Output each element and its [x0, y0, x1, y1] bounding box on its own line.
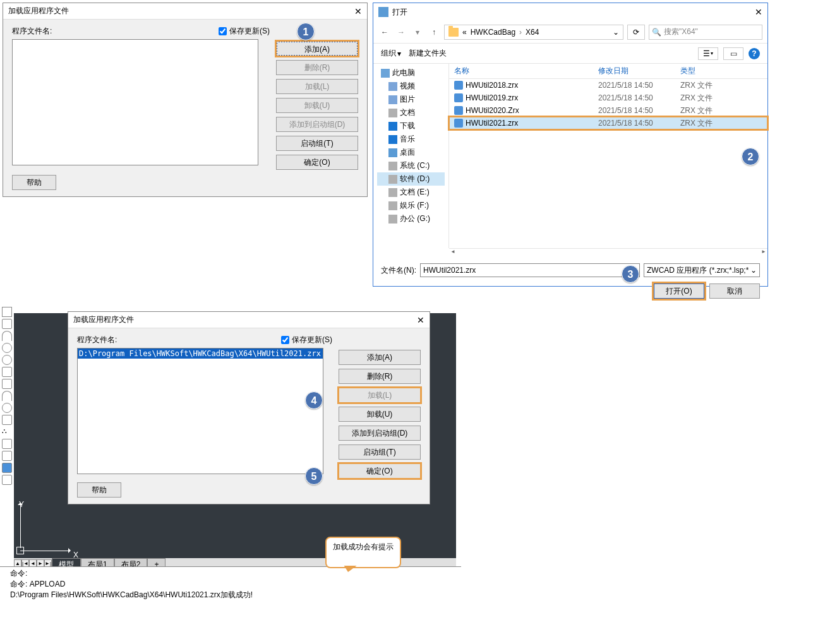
file-list[interactable]: HWUtil2018.zrx2021/5/18 14:50ZRX 文件HWUti…	[449, 79, 767, 129]
tool-icon[interactable]	[2, 331, 12, 341]
save-updates-checkbox[interactable]: 保存更新(S)	[281, 335, 332, 345]
file-list-header[interactable]: 名称 修改日期 类型	[449, 64, 767, 79]
startup-group-button[interactable]: 启动组(T)	[339, 444, 421, 460]
dialog-title-bar[interactable]: 加载应用程序文件 ✕	[3, 3, 367, 20]
recent-dropdown-icon[interactable]: ▾	[411, 26, 424, 39]
column-type[interactable]: 类型	[680, 66, 731, 76]
cad-application-area: ∴ Y X ▲ |◄ ◄ ► ►| 模型 布局1 布局2 + 加载应用程序文件 …	[0, 304, 461, 569]
tool-icon[interactable]	[2, 403, 12, 413]
file-filter-select[interactable]: ZWCAD 应用程序 (*.zrx;*.lsp;* ⌄	[644, 263, 760, 277]
column-date[interactable]: 修改日期	[598, 66, 680, 76]
file-row[interactable]: HWUtil2020.Zrx2021/5/18 14:50ZRX 文件	[449, 104, 767, 117]
dialog-title-bar[interactable]: 加载应用程序文件 ✕	[68, 312, 430, 328]
tree-item-icon	[388, 215, 397, 224]
tree-item[interactable]: 娱乐 (F:)	[377, 199, 445, 212]
open-file-dialog: 打开 ✕ ← → ▾ ↑ « HWKCadBag › X64 ⌄ ⟳ 🔍 搜索"…	[373, 3, 768, 287]
remove-button[interactable]: 删除(R)	[339, 369, 421, 384]
file-row[interactable]: HWUtil2019.zrx2021/5/18 14:50ZRX 文件	[449, 92, 767, 104]
close-icon[interactable]: ✕	[417, 315, 424, 325]
tool-icon[interactable]	[2, 463, 12, 473]
command-output: 命令: APPLOAD	[10, 579, 459, 590]
tool-icon[interactable]	[2, 367, 12, 377]
chevron-down-icon[interactable]: ⌄	[750, 266, 757, 275]
breadcrumb[interactable]: « HWKCadBag › X64 ⌄	[444, 25, 623, 40]
close-icon[interactable]: ✕	[354, 6, 362, 16]
back-icon[interactable]: ←	[378, 26, 391, 39]
tool-icon[interactable]	[2, 307, 12, 317]
dialog-title: 加载应用程序文件	[8, 6, 69, 16]
save-updates-checkbox[interactable]: 保存更新(S)	[219, 26, 270, 37]
callout-bubble: 加载成功会有提示	[325, 537, 401, 568]
file-icon	[454, 93, 463, 102]
tree-item[interactable]: 桌面	[377, 146, 445, 159]
program-files-listbox[interactable]	[12, 39, 258, 165]
add-button[interactable]: 添加(A)	[276, 41, 358, 56]
add-to-startup-button[interactable]: 添加到启动组(D)	[339, 426, 421, 441]
command-line[interactable]: 命令: 命令: APPLOAD D:\Program Files\HWKSoft…	[0, 566, 461, 602]
tool-icon[interactable]	[2, 343, 12, 353]
tool-icon[interactable]: ∴	[2, 427, 12, 437]
tree-item[interactable]: 文档 (E:)	[377, 186, 445, 199]
tree-item-icon	[388, 135, 397, 144]
ok-button[interactable]: 确定(O)	[276, 155, 358, 170]
tree-item[interactable]: 系统 (C:)	[377, 159, 445, 172]
folder-tree[interactable]: 此电脑视频图片文档下载音乐桌面系统 (C:)软件 (D:)文档 (E:)娱乐 (…	[373, 64, 449, 248]
tool-icon[interactable]	[2, 451, 12, 461]
tree-item[interactable]: 此电脑	[377, 66, 445, 80]
chevron-down-icon[interactable]: ⌄	[613, 28, 619, 37]
open-dialog-title: 打开	[392, 7, 407, 18]
nav-bar: ← → ▾ ↑ « HWKCadBag › X64 ⌄ ⟳ 🔍 搜索"X64"	[373, 21, 767, 44]
help-button[interactable]: 帮助	[77, 482, 121, 498]
tool-icon[interactable]	[2, 355, 12, 365]
tool-icon[interactable]	[2, 379, 12, 389]
filename-input[interactable]: HWUtil2021.zrx ⌄	[420, 263, 640, 277]
tree-item[interactable]: 下载	[377, 119, 445, 133]
tool-icon[interactable]	[2, 319, 12, 329]
save-updates-input[interactable]	[219, 27, 227, 35]
tree-item[interactable]: 办公 (G:)	[377, 212, 445, 225]
add-button[interactable]: 添加(A)	[339, 350, 421, 365]
tree-item[interactable]: 图片	[377, 93, 445, 106]
tool-icon[interactable]	[2, 475, 12, 485]
search-input[interactable]: 🔍 搜索"X64"	[649, 25, 762, 40]
list-item[interactable]: D:\Program Files\HWKSoft\HWKCadBag\X64\H…	[78, 349, 323, 359]
tree-item[interactable]: 音乐	[377, 133, 445, 146]
callout-badge-4: 4	[305, 391, 323, 409]
new-folder-button[interactable]: 新建文件夹	[409, 48, 447, 59]
organize-menu[interactable]: 组织▾	[381, 48, 401, 59]
tool-palette[interactable]: ∴	[0, 304, 14, 569]
program-files-label: 程序文件名:	[12, 26, 52, 37]
help-button[interactable]: 帮助	[12, 175, 56, 190]
horizontal-scrollbar[interactable]	[449, 248, 767, 258]
column-name[interactable]: 名称	[449, 66, 598, 76]
up-icon[interactable]: ↑	[428, 26, 440, 39]
ok-button[interactable]: 确定(O)	[339, 463, 421, 479]
tool-icon[interactable]	[2, 439, 12, 449]
chevron-right-icon: ›	[519, 28, 522, 37]
tree-item[interactable]: 视频	[377, 80, 445, 93]
open-button[interactable]: 打开(O)	[654, 283, 704, 299]
view-mode-button[interactable]: ☰▾	[698, 47, 718, 60]
tool-icon[interactable]	[2, 415, 12, 425]
folder-icon	[448, 28, 459, 37]
tree-item[interactable]: 软件 (D:)	[377, 172, 445, 186]
app-icon	[378, 7, 388, 17]
unload-button: 卸载(U)	[276, 98, 358, 113]
unload-button[interactable]: 卸载(U)	[339, 407, 421, 422]
file-row[interactable]: HWUtil2018.zrx2021/5/18 14:50ZRX 文件	[449, 79, 767, 92]
load-button[interactable]: 加载(L)	[339, 388, 421, 403]
file-row[interactable]: HWUtil2021.zrx2021/5/18 14:50ZRX 文件	[449, 117, 767, 129]
program-files-listbox[interactable]: D:\Program Files\HWKSoft\HWKCadBag\X64\H…	[77, 348, 323, 474]
open-dialog-title-bar[interactable]: 打开 ✕	[373, 3, 767, 21]
cancel-button[interactable]: 取消	[709, 283, 760, 299]
tree-item[interactable]: 文档	[377, 106, 445, 119]
startup-group-button[interactable]: 启动组(T)	[276, 136, 358, 151]
tree-item-icon	[388, 122, 397, 131]
refresh-icon[interactable]: ⟳	[627, 25, 645, 40]
preview-pane-button[interactable]: ▭	[723, 47, 743, 60]
save-updates-input[interactable]	[281, 336, 289, 344]
tool-icon[interactable]	[2, 391, 12, 401]
add-to-startup-button: 添加到启动组(D)	[276, 117, 358, 132]
close-icon[interactable]: ✕	[755, 7, 762, 17]
help-icon[interactable]: ?	[749, 48, 760, 59]
